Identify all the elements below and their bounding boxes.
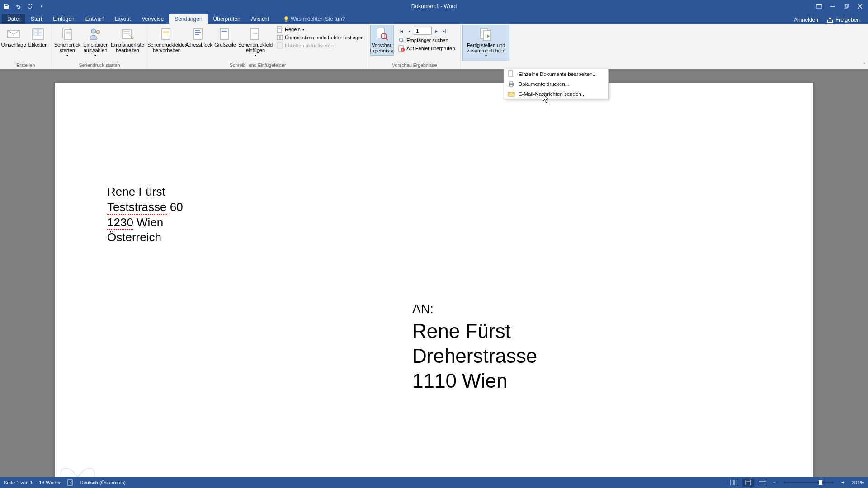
tab-references[interactable]: Verweise bbox=[136, 14, 169, 24]
window-title: Dokument1 - Word bbox=[411, 3, 457, 9]
labels-button[interactable]: Etiketten bbox=[26, 25, 50, 49]
tab-file[interactable]: Datei bbox=[2, 14, 25, 24]
svg-rect-56 bbox=[734, 480, 737, 485]
zoom-out-button[interactable]: − bbox=[771, 479, 778, 486]
rules-button[interactable]: Regeln ▾ bbox=[275, 26, 365, 33]
last-record-icon[interactable]: ▸| bbox=[441, 27, 448, 34]
print-layout-icon[interactable] bbox=[742, 479, 754, 487]
zoom-level[interactable]: 201% bbox=[852, 480, 864, 485]
sign-in-link[interactable]: Anmelden bbox=[791, 16, 821, 24]
recipient-address[interactable]: Rene Fürst Dreherstrasse 1110 Wien bbox=[412, 319, 537, 393]
svg-text:!: ! bbox=[402, 48, 403, 52]
page-indicator[interactable]: Seite 1 von 1 bbox=[4, 480, 33, 485]
document-page: Rene Fürst Teststrasse 60 1230 Wien Öste… bbox=[55, 83, 813, 477]
maximize-icon[interactable] bbox=[840, 2, 853, 11]
zoom-in-button[interactable]: + bbox=[840, 479, 846, 486]
find-recipient-button[interactable]: Empfänger suchen bbox=[396, 37, 457, 44]
svg-rect-24 bbox=[163, 31, 169, 33]
search-icon bbox=[398, 37, 405, 43]
tab-view[interactable]: Ansicht bbox=[246, 14, 274, 24]
share-icon bbox=[827, 17, 834, 23]
finish-merge-button[interactable]: Fertig stellen und zusammenführen▾ bbox=[462, 25, 509, 61]
web-layout-icon[interactable] bbox=[757, 479, 769, 487]
print-documents-item[interactable]: Dokumente drucken... bbox=[504, 79, 608, 89]
ribbon: Umschläge Etiketten Erstellen Seriendruc… bbox=[0, 24, 868, 69]
quick-access-toolbar: ▾ bbox=[2, 2, 46, 11]
print-icon bbox=[508, 80, 515, 88]
recipient-label[interactable]: AN: bbox=[412, 302, 434, 316]
email-icon bbox=[508, 90, 515, 98]
language-indicator[interactable]: Deutsch (Österreich) bbox=[80, 480, 126, 485]
match-fields-button[interactable]: Übereinstimmende Felder festlegen bbox=[275, 34, 365, 41]
sender-city: 1230 Wien bbox=[107, 215, 183, 230]
magnifier-icon bbox=[375, 27, 389, 42]
svg-rect-38 bbox=[277, 43, 283, 48]
edit-list-icon bbox=[120, 27, 135, 41]
address-block-button[interactable]: Adressblock bbox=[185, 25, 212, 49]
zoom-slider[interactable] bbox=[784, 482, 834, 483]
labels-icon bbox=[31, 27, 45, 41]
start-merge-button[interactable]: Seriendruck starten▾ bbox=[54, 25, 81, 60]
send-email-item[interactable]: E-Mail-Nachrichten senden... bbox=[504, 89, 608, 99]
document-viewport[interactable]: Rene Fürst Teststrasse 60 1230 Wien Öste… bbox=[0, 69, 868, 477]
svg-rect-39 bbox=[377, 28, 384, 38]
undo-icon[interactable] bbox=[14, 2, 23, 11]
ribbon-display-icon[interactable] bbox=[813, 2, 826, 11]
insert-merge-field-button[interactable]: «» Seriendruckfeld einfügen▾ bbox=[238, 25, 273, 60]
edit-recipient-list-button[interactable]: Empfängerliste bearbeiten bbox=[110, 25, 145, 55]
tab-design[interactable]: Entwurf bbox=[80, 14, 109, 24]
close-icon[interactable] bbox=[854, 2, 866, 11]
greeting-line-button[interactable]: Grußzeile bbox=[213, 25, 237, 49]
check-errors-button[interactable]: !Auf Fehler überprüfen bbox=[396, 45, 457, 52]
record-number-input[interactable] bbox=[414, 27, 432, 35]
read-mode-icon[interactable] bbox=[728, 479, 740, 487]
envelopes-button[interactable]: Umschläge bbox=[2, 25, 25, 49]
sender-country: Österreich bbox=[107, 230, 183, 245]
preview-results-button[interactable]: Vorschau Ergebnisse bbox=[370, 25, 394, 56]
svg-rect-36 bbox=[280, 35, 283, 40]
qat-customize-icon[interactable]: ▾ bbox=[37, 2, 46, 11]
first-record-icon[interactable]: |◂ bbox=[397, 27, 405, 34]
next-record-icon[interactable]: ▸ bbox=[433, 27, 440, 34]
svg-rect-1 bbox=[816, 4, 822, 5]
collapse-ribbon-icon[interactable]: ˆ bbox=[864, 63, 865, 68]
proofing-icon[interactable] bbox=[67, 479, 74, 486]
group-finish: Fertig stellen und zusammenführen▾ Ferti… bbox=[461, 24, 511, 69]
zoom-thumb[interactable] bbox=[819, 480, 822, 485]
save-icon[interactable] bbox=[2, 2, 11, 11]
share-button[interactable]: Freigeben bbox=[825, 16, 863, 24]
svg-rect-9 bbox=[33, 28, 43, 39]
svg-rect-55 bbox=[730, 480, 733, 485]
highlight-merge-fields-button[interactable]: Seriendruckfelder hervorheben bbox=[149, 25, 184, 55]
svg-line-43 bbox=[402, 41, 404, 43]
svg-point-19 bbox=[96, 30, 100, 34]
error-check-icon: ! bbox=[398, 45, 405, 52]
tab-insert[interactable]: Einfügen bbox=[47, 14, 80, 24]
update-labels-button: Etiketten aktualisieren bbox=[275, 42, 365, 49]
tab-review[interactable]: Überprüfen bbox=[208, 14, 246, 24]
tab-start[interactable]: Start bbox=[25, 14, 47, 24]
recipient-name: Rene Fürst bbox=[412, 319, 537, 343]
svg-rect-33 bbox=[277, 27, 282, 32]
people-icon bbox=[88, 27, 103, 41]
tab-mailings[interactable]: Sendungen bbox=[169, 14, 208, 24]
rules-icon bbox=[277, 26, 283, 33]
word-count[interactable]: 13 Wörter bbox=[39, 480, 61, 485]
tell-me-search[interactable]: Was möchten Sie tun? bbox=[280, 14, 349, 24]
butterfly-watermark-icon bbox=[55, 459, 100, 477]
tab-layout[interactable]: Layout bbox=[109, 14, 136, 24]
svg-line-41 bbox=[386, 38, 388, 40]
redo-icon[interactable] bbox=[25, 2, 34, 11]
document-sheets-icon bbox=[60, 27, 75, 41]
minimize-icon[interactable] bbox=[826, 2, 839, 11]
recipient-city: 1110 Wien bbox=[412, 368, 537, 393]
prev-record-icon[interactable]: ◂ bbox=[406, 27, 413, 34]
select-recipients-button[interactable]: Empfänger auswählen▾ bbox=[82, 25, 109, 60]
group-write-insert: Seriendruckfelder hervorheben Adressbloc… bbox=[147, 24, 368, 69]
svg-rect-20 bbox=[122, 29, 131, 38]
sender-address[interactable]: Rene Fürst Teststrasse 60 1230 Wien Öste… bbox=[107, 184, 183, 245]
svg-rect-51 bbox=[510, 81, 513, 84]
tell-me-placeholder: Was möchten Sie tun? bbox=[291, 16, 345, 22]
sender-name: Rene Fürst bbox=[107, 184, 183, 200]
edit-individual-documents-item[interactable]: Einzelne Dokumente bearbeiten... bbox=[504, 69, 608, 79]
